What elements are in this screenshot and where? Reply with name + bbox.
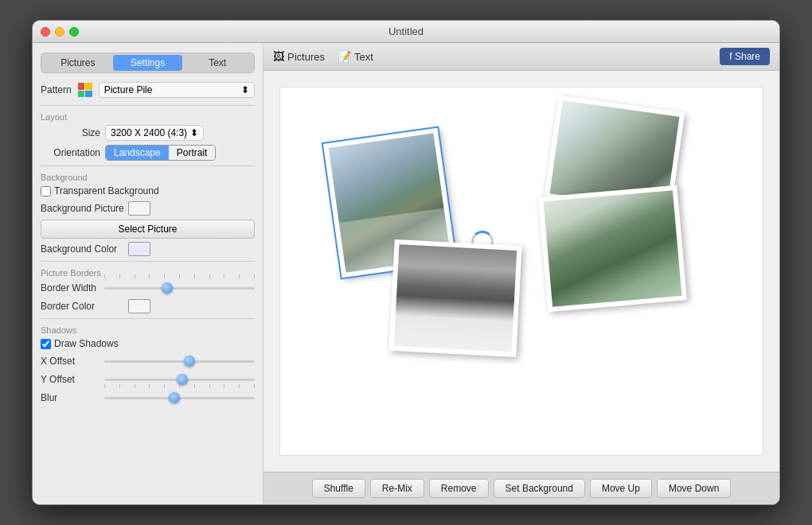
y-offset-thumb[interactable] bbox=[177, 374, 188, 385]
maximize-button[interactable] bbox=[69, 27, 79, 37]
photo-card-4[interactable] bbox=[538, 185, 687, 313]
toolbar-pictures[interactable]: 🖼 Pictures bbox=[273, 50, 325, 63]
border-width-label: Border Width bbox=[41, 282, 104, 294]
tab-pictures[interactable]: Pictures bbox=[43, 55, 113, 71]
transparent-bg-label: Transparent Background bbox=[54, 185, 159, 196]
window-title: Untitled bbox=[388, 25, 424, 37]
content-area: 🖼 Pictures 📝 Text f Share bbox=[264, 43, 779, 504]
blur-label: Blur bbox=[41, 392, 104, 403]
landscape-button[interactable]: Landscape bbox=[106, 146, 169, 160]
divider-2 bbox=[41, 165, 255, 166]
x-offset-slider[interactable] bbox=[104, 354, 255, 368]
y-offset-label: Y Offset bbox=[41, 374, 104, 385]
blur-thumb[interactable] bbox=[169, 392, 180, 403]
tab-text[interactable]: Text bbox=[182, 55, 252, 71]
size-value: 3200 X 2400 (4:3) bbox=[111, 127, 187, 138]
bg-color-label: Background Color bbox=[41, 243, 128, 255]
photo-image-2 bbox=[394, 244, 517, 352]
orientation-label: Orientation bbox=[41, 147, 100, 158]
border-color-swatch[interactable] bbox=[128, 299, 150, 313]
size-dropdown[interactable]: 3200 X 2400 (4:3) ⬍ bbox=[105, 125, 204, 141]
x-offset-row: X Offset bbox=[41, 354, 255, 368]
pictures-toolbar-icon: 🖼 bbox=[273, 50, 284, 63]
size-row: Size 3200 X 2400 (4:3) ⬍ bbox=[41, 125, 255, 141]
main-window: Untitled Pictures Settings Text Pattern bbox=[32, 20, 780, 505]
orientation-group: Landscape Portrait bbox=[105, 145, 216, 161]
border-width-thumb[interactable] bbox=[162, 282, 173, 294]
blur-row: Blur bbox=[41, 391, 255, 405]
draw-shadows-checkbox[interactable] bbox=[41, 339, 51, 349]
shuffle-button[interactable]: Shuffle bbox=[312, 479, 365, 498]
size-label: Size bbox=[41, 127, 100, 138]
move-up-button[interactable]: Move Up bbox=[590, 479, 652, 498]
bg-picture-swatch[interactable] bbox=[128, 201, 150, 216]
toolbar-left: 🖼 Pictures 📝 Text bbox=[273, 50, 373, 63]
pattern-row: Pattern Picture Pile ⬍ bbox=[41, 81, 255, 99]
photo-card-2[interactable] bbox=[388, 239, 521, 357]
shadows-section-label: Shadows bbox=[41, 325, 255, 335]
sidebar-tab-bar: Pictures Settings Text bbox=[41, 52, 255, 73]
bg-picture-label: Background Picture bbox=[41, 203, 128, 214]
toolbar-pictures-label: Pictures bbox=[287, 51, 325, 63]
traffic-lights bbox=[41, 27, 79, 37]
share-button[interactable]: f Share bbox=[720, 48, 770, 65]
transparent-bg-row: Transparent Background bbox=[41, 185, 255, 196]
canvas-inner bbox=[279, 87, 763, 456]
canvas-area bbox=[264, 71, 779, 472]
divider-4 bbox=[41, 318, 255, 319]
minimize-button[interactable] bbox=[55, 27, 64, 37]
select-picture-button[interactable]: Select Picture bbox=[41, 220, 255, 239]
content-toolbar: 🖼 Pictures 📝 Text f Share bbox=[264, 43, 779, 71]
chevron-icon: ⬍ bbox=[241, 84, 249, 95]
remove-button[interactable]: Remove bbox=[429, 479, 489, 498]
sidebar-content: Pattern Picture Pile ⬍ bbox=[33, 81, 263, 498]
set-background-button[interactable]: Set Background bbox=[494, 479, 585, 498]
toolbar-text[interactable]: 📝 Text bbox=[338, 50, 373, 63]
layout-section-label: Layout bbox=[41, 112, 255, 122]
x-offset-label: X Offset bbox=[41, 356, 104, 367]
text-toolbar-icon: 📝 bbox=[338, 50, 351, 63]
bg-picture-row: Background Picture bbox=[41, 201, 255, 216]
draw-shadows-row: Draw Shadows bbox=[41, 338, 255, 349]
border-color-label: Border Color bbox=[41, 301, 128, 312]
photo-image-4 bbox=[544, 190, 682, 307]
stepper-icon: ⬍ bbox=[190, 127, 198, 138]
transparent-bg-checkbox[interactable] bbox=[41, 186, 51, 196]
divider-3 bbox=[41, 261, 255, 262]
blur-slider[interactable] bbox=[104, 391, 255, 405]
pattern-label: Pattern bbox=[41, 84, 72, 95]
portrait-button[interactable]: Portrait bbox=[169, 146, 216, 160]
close-button[interactable] bbox=[41, 27, 50, 37]
border-width-row: Border Width bbox=[41, 281, 255, 295]
title-bar: Untitled bbox=[33, 21, 779, 43]
border-color-row: Border Color bbox=[41, 299, 255, 313]
background-section-label: Background bbox=[41, 173, 255, 182]
bg-color-swatch[interactable] bbox=[128, 242, 150, 256]
tab-settings[interactable]: Settings bbox=[113, 55, 183, 71]
main-area: Pictures Settings Text Pattern bbox=[33, 43, 779, 504]
color-blocks-icon bbox=[76, 81, 94, 99]
move-down-button[interactable]: Move Down bbox=[657, 479, 731, 498]
bg-color-row: Background Color bbox=[41, 242, 255, 256]
pattern-value: Picture Pile bbox=[104, 84, 153, 95]
toolbar-text-label: Text bbox=[354, 51, 373, 63]
x-offset-thumb[interactable] bbox=[184, 356, 195, 367]
orientation-row: Orientation Landscape Portrait bbox=[41, 145, 255, 161]
remix-button[interactable]: Re-Mix bbox=[370, 479, 424, 498]
sidebar: Pictures Settings Text Pattern bbox=[33, 43, 264, 504]
draw-shadows-label: Draw Shadows bbox=[54, 338, 119, 349]
bottom-bar: Shuffle Re-Mix Remove Set Background Mov… bbox=[264, 472, 779, 504]
divider-1 bbox=[41, 105, 255, 106]
border-width-slider[interactable] bbox=[104, 281, 255, 295]
pattern-dropdown[interactable]: Picture Pile ⬍ bbox=[99, 82, 255, 98]
